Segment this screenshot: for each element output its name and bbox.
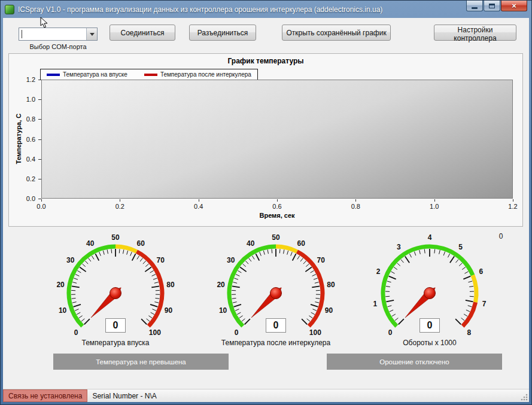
gauge-rpm: 012345678 0 Обороты x 1000 (349, 233, 510, 362)
rpm-corner-label: 0 (494, 232, 508, 240)
minimize-button[interactable] (466, 1, 483, 11)
gauge-tick (77, 270, 81, 273)
chart-legend: Температура на впускеТемпература после и… (40, 69, 258, 80)
gauge-tick (152, 309, 156, 311)
x-axis-tick-label: 0.2 (115, 203, 124, 210)
close-button[interactable]: × (501, 1, 527, 11)
gauge-tick-label: 50 (111, 233, 120, 242)
gauge-tick (267, 249, 268, 254)
gauge-tick (386, 286, 390, 287)
gauge-needle-cap (270, 288, 282, 299)
gauge-tick (468, 281, 472, 282)
gauge-tick (284, 249, 284, 254)
gauge-tick (154, 302, 159, 303)
resize-grip[interactable] (521, 394, 528, 401)
y-axis-tick (38, 119, 41, 120)
combo-dropdown-button[interactable] (86, 28, 97, 40)
gauge-caption: Температура впуска (35, 339, 196, 347)
gauge-tick (386, 300, 394, 302)
x-axis-tick-label: 1.2 (508, 203, 517, 210)
y-axis-tick-label: 1.0 (10, 96, 35, 103)
com-port-value (19, 28, 86, 40)
gauge-tick (85, 261, 88, 264)
legend-series-name: Температура на впуске (63, 71, 127, 78)
gauge-tick (439, 250, 440, 254)
gauge-tick-label: 20 (217, 281, 225, 289)
gauge-tick-label: 50 (272, 233, 280, 242)
gauge-tick (388, 306, 392, 307)
plot-area (41, 80, 513, 199)
gauge-tick (464, 272, 468, 273)
titlebar[interactable]: ICSpray V1.0 - программа визуализации да… (1, 1, 531, 18)
spray-status-strip: Орошение отключено (327, 354, 502, 370)
app-window: ICSpray V1.0 - программа визуализации да… (0, 0, 532, 405)
gauge-tick (123, 249, 124, 254)
gauge-tick (239, 316, 243, 318)
gauge-value-display: 0 (419, 318, 440, 333)
gauge-zone-arc (473, 275, 476, 302)
gauge-tick (249, 258, 251, 262)
gauge-tick-label: 80 (166, 281, 175, 289)
gauge-tick (256, 254, 259, 261)
gauge-tick (287, 251, 288, 255)
minimize-icon (472, 7, 478, 9)
maximize-button[interactable] (484, 1, 500, 11)
y-axis-tick (38, 139, 41, 140)
chevron-down-icon (90, 33, 95, 36)
gauge-tick-label: 1 (373, 300, 377, 308)
legend-series-name: Температура после интеркулера (160, 71, 251, 78)
gauge-tick (242, 319, 245, 321)
gauge-tick (154, 282, 159, 284)
gauge-needle-cap (110, 288, 121, 299)
gauge-tick (297, 256, 300, 260)
gauge-value-display: 0 (266, 318, 286, 333)
gauge-tick (238, 270, 241, 273)
gauge-tick (236, 274, 239, 276)
gauge-tick (293, 254, 296, 261)
gauge-tick (390, 310, 393, 312)
gauge-tick (75, 309, 78, 311)
gauge-tick-label: 0 (388, 328, 393, 337)
y-axis-tick-label: 1.2 (10, 76, 35, 83)
gauge-tick (153, 278, 157, 279)
gauge-tick-label: 60 (137, 239, 145, 248)
legend-line-swatch (144, 74, 157, 76)
gauge-tick (312, 274, 316, 276)
gauge-needle-cap (424, 288, 436, 299)
gauge-tick-label: 3 (397, 243, 401, 251)
gauge-tick (130, 252, 132, 256)
y-axis-tick (38, 159, 41, 160)
x-axis-tick-label: 0.8 (351, 203, 360, 210)
gauge-tick (291, 252, 293, 256)
gauge-tick (450, 256, 454, 263)
controller-settings-button[interactable]: Настройки контроллера (434, 25, 516, 41)
gauge-tick-label: 10 (219, 306, 227, 315)
gauge-tick (148, 316, 152, 318)
gauge-tick (302, 319, 307, 324)
gauge-tick (155, 298, 159, 299)
gauge-tick (466, 310, 470, 312)
y-axis-tick (38, 99, 41, 100)
gauge-tick (111, 249, 112, 253)
connect-button[interactable]: Соединиться (110, 25, 175, 41)
gauge-tick (74, 278, 78, 279)
gauge-aftercooler-temperature: 0102030405060708090100 0 Температура пос… (195, 233, 357, 362)
open-saved-graph-button[interactable]: Открыть сохранённый график (282, 25, 391, 41)
gauge-tick (462, 267, 466, 270)
gauge-tick (455, 319, 461, 324)
gauge-tick (81, 319, 84, 321)
gauge-tick (232, 298, 236, 299)
gauge-tick (424, 249, 425, 254)
x-axis-tick-label: 1.0 (430, 203, 439, 210)
y-axis-tick-label: 0.0 (10, 195, 35, 202)
gauge-tick-label: 90 (165, 306, 173, 315)
gauge-tick (443, 252, 445, 256)
disconnect-button[interactable]: Разъединиться (189, 25, 256, 41)
gauge-value-display: 0 (105, 318, 126, 333)
y-axis-tick-label: 0.2 (10, 175, 35, 182)
gauge-tick (311, 304, 318, 307)
gauge-tick (470, 296, 474, 297)
gauge-tick-label: 100 (149, 328, 161, 337)
com-port-select[interactable] (19, 28, 98, 41)
gauge-tick (314, 278, 318, 279)
